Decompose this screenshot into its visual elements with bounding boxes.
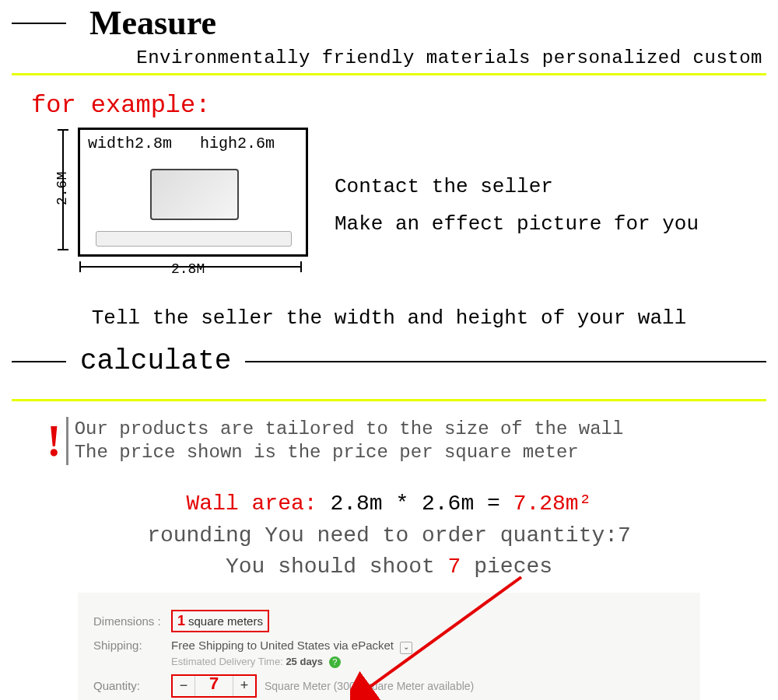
svg-line-0: [366, 577, 521, 690]
effect-picture-text: Make an effect picture for you: [335, 212, 699, 236]
wall-width-text: width2.8m: [88, 135, 172, 152]
quantity-increase-button[interactable]: +: [233, 676, 255, 696]
notice-line-2: The price shown is the price per square …: [75, 441, 624, 464]
calculate-title: calculate: [66, 345, 245, 377]
quantity-stepper[interactable]: − 7 +: [171, 674, 257, 698]
dim-label-horizontal: 2.8M: [171, 261, 205, 277]
contact-seller-text: Contact the seller: [335, 175, 699, 198]
quantity-decrease-button[interactable]: −: [173, 676, 195, 696]
quantity-value: 7: [195, 676, 233, 696]
help-icon[interactable]: ?: [329, 656, 341, 668]
shoot-text-b: pieces: [461, 555, 552, 579]
rule-left: [12, 23, 66, 24]
shelf-illustration: [96, 231, 292, 247]
dimensions-unit: square meters: [188, 614, 263, 628]
dimensions-label: Dimensions :: [93, 614, 171, 628]
rule-left-2: [12, 361, 66, 362]
order-form: Dimensions : 1 square meters Shipping: F…: [78, 593, 700, 700]
wall-area-label: Wall area:: [187, 492, 317, 516]
wall-area-formula: 2.8m * 2.6m =: [330, 492, 499, 516]
shoot-qty: 7: [448, 555, 461, 579]
wall-area-result: 7.28m²: [513, 492, 592, 516]
shipping-dropdown-icon[interactable]: ⌄: [400, 642, 412, 654]
tv-illustration: [150, 169, 239, 220]
yellow-divider-2: [12, 399, 766, 401]
subtitle: Environmentally friendly materials perso…: [0, 47, 778, 68]
rounding-line: rounding You need to order quantity:7: [0, 520, 778, 552]
wall-diagram: 2.6M width2.8m high2.6m 2.8M: [31, 128, 311, 283]
tell-seller-text: Tell the seller the width and height of …: [0, 306, 778, 330]
availability-text: Square Meter (300 Square Meter available…: [265, 680, 474, 692]
shipping-text: Free Shipping to United States via ePack…: [171, 639, 394, 652]
dimensions-qty: 1: [177, 613, 185, 629]
measure-title: Measure: [66, 3, 224, 43]
notice-divider: [66, 417, 68, 465]
notice-line-1: Our products are tailored to the size of…: [75, 418, 624, 441]
shoot-text-a: You should shoot: [226, 555, 448, 579]
for-example-label: for example:: [31, 91, 778, 120]
exclamation-icon: !: [47, 419, 61, 463]
rule-right-2: [245, 361, 766, 362]
wall-box: width2.8m high2.6m: [78, 128, 308, 257]
yellow-divider-1: [12, 73, 766, 75]
dimensions-select[interactable]: 1 square meters: [171, 610, 269, 632]
dim-label-vertical: 2.6M: [54, 172, 70, 205]
wall-high-text: high2.6m: [200, 135, 275, 152]
quantity-label: Quantity:: [93, 679, 171, 692]
estimated-label: Estimated Delivery Time:: [171, 656, 286, 667]
shipping-label: Shipping:: [93, 639, 171, 652]
estimated-days: 25 days: [286, 656, 323, 667]
